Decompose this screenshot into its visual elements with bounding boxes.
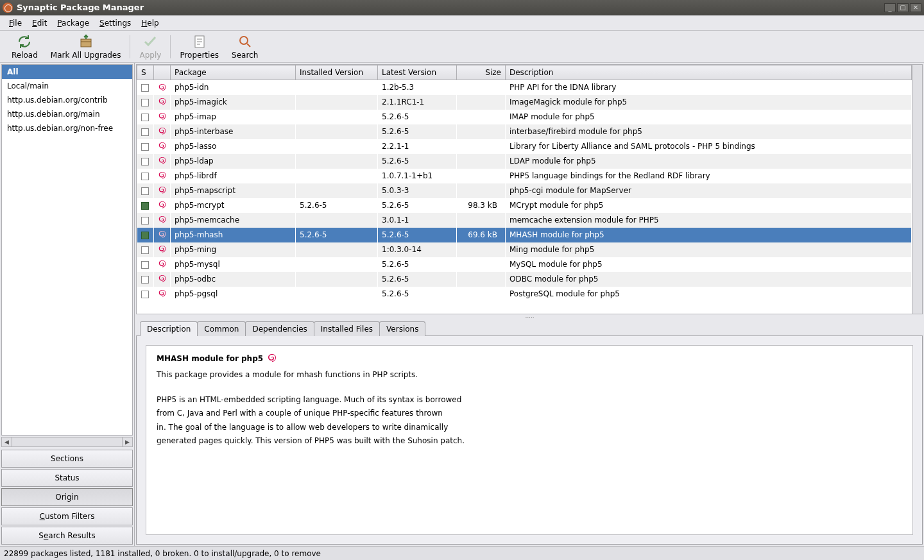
close-button[interactable]: ✕ xyxy=(910,3,921,12)
table-row[interactable]: php5-mysql5.2.6-5MySQL module for php5 xyxy=(137,257,912,272)
detail-text: PHP5 is an HTML-embedded scripting langu… xyxy=(157,394,902,406)
col-description[interactable]: Description xyxy=(506,65,912,80)
debian-icon xyxy=(158,112,167,121)
status-checkbox[interactable] xyxy=(141,246,149,254)
title-bar: Synaptic Package Manager _ ▢ ✕ xyxy=(0,0,924,15)
tab-common[interactable]: Common xyxy=(197,321,246,336)
scroll-right-icon[interactable]: ▶ xyxy=(122,437,132,446)
status-button[interactable]: Status xyxy=(1,469,133,487)
col-latest[interactable]: Latest Version xyxy=(378,65,457,80)
status-checkbox[interactable] xyxy=(141,261,149,269)
sidebar-item[interactable]: http.us.debian.org/main xyxy=(2,107,132,121)
cell-size xyxy=(457,80,506,95)
table-row[interactable]: php5-memcache3.0.1-1memcache extension m… xyxy=(137,213,912,228)
tab-dependencies[interactable]: Dependencies xyxy=(245,321,314,336)
detail-text: generated pages quickly. This version of… xyxy=(157,435,902,447)
cell-installed xyxy=(296,183,378,198)
cell-latest: 3.0.1-1 xyxy=(378,213,457,228)
cell-installed xyxy=(296,287,378,301)
svg-point-2 xyxy=(240,37,248,44)
col-icon[interactable] xyxy=(154,65,171,80)
mark-all-label: Mark All Upgrades xyxy=(51,51,121,60)
apply-label: Apply xyxy=(139,51,161,60)
cell-size xyxy=(457,242,506,257)
cell-installed xyxy=(296,169,378,183)
properties-button[interactable]: Properties xyxy=(173,33,225,61)
menu-package[interactable]: Package xyxy=(52,17,94,30)
cell-package: php5-librdf xyxy=(171,169,296,183)
status-checkbox[interactable] xyxy=(141,291,149,298)
table-row[interactable]: php5-imap5.2.6-5IMAP module for php5 xyxy=(137,110,912,124)
cell-size xyxy=(457,213,506,228)
scroll-left-icon[interactable]: ◀ xyxy=(2,437,12,446)
table-row[interactable]: php5-mcrypt5.2.6-55.2.6-598.3 kBMCrypt m… xyxy=(137,198,912,213)
apply-button: Apply xyxy=(133,33,167,61)
status-checkbox[interactable] xyxy=(141,143,149,151)
col-package[interactable]: Package xyxy=(171,65,296,80)
mark-all-upgrades-button[interactable]: Mark All Upgrades xyxy=(44,33,128,61)
menu-help[interactable]: Help xyxy=(136,17,164,30)
cell-size xyxy=(457,95,506,110)
table-row[interactable]: php5-interbase5.2.6-5interbase/firebird … xyxy=(137,124,912,139)
menu-edit[interactable]: Edit xyxy=(27,17,52,30)
menu-bar: File Edit Package Settings Help xyxy=(0,15,924,31)
debian-icon xyxy=(158,98,167,106)
cell-package: php5-interbase xyxy=(171,124,296,139)
sidebar-hscroll[interactable]: ◀▶ xyxy=(1,437,133,447)
cell-desc: interbase/firebird module for php5 xyxy=(506,124,912,139)
menu-settings[interactable]: Settings xyxy=(94,17,136,30)
cell-latest: 5.2.6-5 xyxy=(378,287,457,301)
minimize-button[interactable]: _ xyxy=(884,3,896,12)
status-checkbox[interactable] xyxy=(141,217,149,225)
table-row[interactable]: php5-mhash5.2.6-55.2.6-569.6 kBMHASH mod… xyxy=(137,228,912,242)
search-button[interactable]: Search xyxy=(225,33,264,61)
status-checkbox[interactable] xyxy=(141,276,149,284)
sidebar-item[interactable]: All xyxy=(2,65,132,79)
reload-button[interactable]: Reload xyxy=(5,33,44,61)
cell-desc: PostgreSQL module for php5 xyxy=(506,287,912,301)
status-checkbox[interactable] xyxy=(141,84,149,92)
table-row[interactable]: php5-lasso2.2.1-1Library for Liberty All… xyxy=(137,139,912,154)
status-checkbox[interactable] xyxy=(141,187,149,195)
tab-description[interactable]: Description xyxy=(140,321,198,336)
tab-installed-files[interactable]: Installed Files xyxy=(314,321,380,336)
menu-file[interactable]: File xyxy=(4,17,27,30)
sidebar-item[interactable]: http.us.debian.org/non-free xyxy=(2,121,132,135)
table-row[interactable]: php5-ming1:0.3.0-14Ming module for php5 xyxy=(137,242,912,257)
table-row[interactable]: php5-idn1.2b-5.3PHP API for the IDNA lib… xyxy=(137,80,912,95)
table-row[interactable]: php5-ldap5.2.6-5LDAP module for php5 xyxy=(137,154,912,169)
sidebar-item[interactable]: http.us.debian.org/contrib xyxy=(2,93,132,107)
custom-filters-button[interactable]: Custom Filters xyxy=(1,507,133,525)
splitter[interactable] xyxy=(135,316,924,321)
table-row[interactable]: php5-imagick2.1.1RC1-1ImageMagick module… xyxy=(137,95,912,110)
origin-button[interactable]: Origin xyxy=(1,488,133,506)
reload-label: Reload xyxy=(12,51,38,60)
status-checkbox[interactable] xyxy=(141,202,149,210)
table-row[interactable]: php5-librdf1.0.7.1-1+b1PHP5 language bin… xyxy=(137,169,912,183)
col-status[interactable]: S xyxy=(137,65,154,80)
status-checkbox[interactable] xyxy=(141,173,149,180)
maximize-button[interactable]: ▢ xyxy=(897,3,909,12)
sections-button[interactable]: Sections xyxy=(1,450,133,468)
table-vscroll[interactable] xyxy=(912,65,922,314)
status-checkbox[interactable] xyxy=(141,99,149,106)
table-row[interactable]: php5-odbc5.2.6-5ODBC module for php5 xyxy=(137,272,912,287)
table-row[interactable]: php5-pgsql5.2.6-5PostgreSQL module for p… xyxy=(137,287,912,301)
table-row[interactable]: php5-mapscript5.0.3-3php5-cgi module for… xyxy=(137,183,912,198)
col-installed[interactable]: Installed Version xyxy=(296,65,378,80)
status-checkbox[interactable] xyxy=(141,158,149,165)
reload-icon xyxy=(17,34,32,49)
status-bar: 22899 packages listed, 1181 installed, 0… xyxy=(0,546,924,560)
cell-desc: MySQL module for php5 xyxy=(506,257,912,272)
sidebar-item[interactable]: Local/main xyxy=(2,79,132,93)
tab-versions[interactable]: Versions xyxy=(379,321,425,336)
col-size[interactable]: Size xyxy=(457,65,506,80)
toolbar-separator xyxy=(130,35,130,58)
status-checkbox[interactable] xyxy=(141,114,149,121)
status-checkbox[interactable] xyxy=(141,232,149,239)
search-results-button[interactable]: Search Results xyxy=(1,527,133,545)
cell-package: php5-pgsql xyxy=(171,287,296,301)
cell-package: php5-idn xyxy=(171,80,296,95)
status-checkbox[interactable] xyxy=(141,128,149,136)
cell-latest: 1.0.7.1-1+b1 xyxy=(378,169,457,183)
